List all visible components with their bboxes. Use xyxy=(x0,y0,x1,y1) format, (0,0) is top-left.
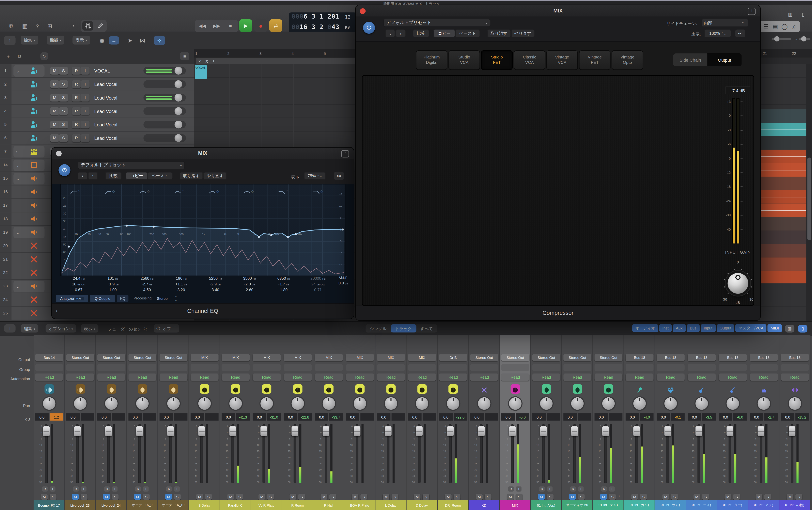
comp-prev-preset[interactable]: ‹ xyxy=(385,29,395,37)
lcd-display[interactable]: 0006 3 1 201 0016 3 2 043 12 Ke xyxy=(289,12,356,34)
region-block[interactable] xyxy=(760,123,812,136)
strip-automation-read[interactable]: Read xyxy=(626,373,654,381)
strip-group-slot[interactable] xyxy=(315,364,343,371)
chevron-down-icon[interactable]: ⌄ xyxy=(16,69,20,74)
strip-automation-read[interactable]: Read xyxy=(781,373,809,381)
strip-automation-read[interactable]: Read xyxy=(719,373,747,381)
strip-pan-knob[interactable] xyxy=(602,397,615,410)
comp-next-preset[interactable]: › xyxy=(396,29,406,37)
strip-solo-button[interactable]: S xyxy=(112,493,118,500)
strip-automation-read[interactable]: Read xyxy=(315,373,343,381)
channel-strip[interactable]: Bus 18Read0.0-15.260510152025304050MS01 … xyxy=(779,335,810,510)
chevron-down-icon[interactable]: ⌄ xyxy=(16,284,20,289)
help-icon[interactable]: ? xyxy=(32,22,42,30)
track-m-button[interactable]: M xyxy=(50,121,59,129)
track-r-button[interactable]: R xyxy=(72,94,81,102)
cycle-button[interactable]: ⇄ xyxy=(269,19,282,32)
strip-mute-button[interactable]: M xyxy=(165,493,172,500)
fader-cap[interactable] xyxy=(198,426,205,436)
strip-mute-button[interactable]: M xyxy=(134,493,141,500)
strip-solo-button[interactable]: S xyxy=(329,493,336,500)
eq-paste-button[interactable]: ペースト xyxy=(147,172,172,180)
strip-mute-button[interactable]: M xyxy=(227,493,234,500)
strip-group-slot[interactable] xyxy=(253,364,281,371)
strip-group-slot[interactable] xyxy=(35,364,63,371)
comp-copy-button[interactable]: コピー xyxy=(433,29,455,37)
strip-pan-knob[interactable] xyxy=(540,397,553,410)
strip-automation-read[interactable]: Read xyxy=(439,373,467,381)
window-layout-icon[interactable]: ⧉ xyxy=(6,22,17,30)
strip-input-monitor-button[interactable]: I xyxy=(578,486,584,491)
track-i-button[interactable]: I xyxy=(81,67,90,75)
strip-volume-value[interactable]: 0.0 xyxy=(191,414,204,421)
strip-pan-knob[interactable] xyxy=(43,397,56,410)
strip-volume-value[interactable]: 0.0 xyxy=(781,414,794,421)
track-i-button[interactable]: I xyxy=(81,80,90,88)
strip-solo-button[interactable]: S xyxy=(516,493,523,500)
track-r-button[interactable]: R xyxy=(72,134,81,142)
strip-automation-read[interactable]: Read xyxy=(191,373,219,381)
strip-output-selector[interactable]: Bus 18 xyxy=(750,354,778,361)
play-button[interactable]: ▶ xyxy=(239,19,252,32)
strip-pan-knob[interactable] xyxy=(665,397,677,410)
strip-volume-value[interactable]: 0.0 xyxy=(750,414,763,421)
strip-output-selector[interactable]: Bus 18 xyxy=(719,354,747,361)
channel-strip[interactable]: MIXRead0.0-31.060510152025304050MSVo R P… xyxy=(251,335,282,510)
strip-name[interactable]: Vo R Plate xyxy=(251,500,282,510)
strip-group-slot[interactable] xyxy=(128,364,156,371)
track-row[interactable]: 4MSRILead Vocal xyxy=(0,105,194,118)
strip-automation-read[interactable]: Read xyxy=(253,373,281,381)
comp-view-size[interactable]: 100% ⌃⌄ xyxy=(704,29,731,37)
media-browser-icon[interactable]: ♫ xyxy=(790,22,798,31)
mixer-menu-options[interactable]: オプション▾ xyxy=(46,324,76,333)
model-button-platinum-digital[interactable]: PlatinumDigital xyxy=(416,50,447,70)
strip-volume-value[interactable]: 0.0 xyxy=(594,414,608,421)
strip-pan-knob[interactable] xyxy=(229,397,242,410)
strip-group-slot[interactable] xyxy=(377,364,405,371)
fader-send-selector[interactable]: ⏻ オフ ⌃⌄ xyxy=(154,324,179,333)
strip-mute-button[interactable]: M xyxy=(787,493,793,500)
strip-record-button[interactable]: R xyxy=(539,486,545,491)
strip-automation-read[interactable]: Read xyxy=(470,373,498,381)
strip-solo-button[interactable]: S xyxy=(267,493,274,500)
model-button-vintage-opto[interactable]: VintageOpto xyxy=(612,50,643,70)
track-row[interactable]: 6MSRILead Vocal xyxy=(0,132,194,145)
eq-power-button[interactable]: ⏻ xyxy=(58,164,70,176)
channel-strip[interactable]: MIXRead0.0-33.760510152025304050MSR Hall xyxy=(313,335,344,510)
eq-graph[interactable]: ◇◇◇◇◇◇◇◇ 2025303540455060708015105051015… xyxy=(60,184,345,276)
channel-strip[interactable]: Bus 14Read0.01.260510152025304050RIMSBoo… xyxy=(34,335,64,510)
strip-name[interactable]: BGV R Plate xyxy=(344,500,375,510)
fader-cap[interactable] xyxy=(416,426,423,436)
strip-name[interactable]: 01 Int...テム) xyxy=(593,500,624,510)
region-block[interactable] xyxy=(760,177,812,190)
channel-strip[interactable]: Bus 18Read0.0-6.060510152025304050MS01 I… xyxy=(717,335,748,510)
strip-output-selector[interactable]: Bus 18 xyxy=(781,354,809,361)
eq-copy-button[interactable]: コピー xyxy=(126,172,147,180)
strip-solo-button[interactable]: S xyxy=(733,493,740,500)
strip-solo-button[interactable]: S xyxy=(81,493,87,500)
eq-expand-chevron[interactable]: › xyxy=(56,308,57,313)
strip-solo-button[interactable]: S xyxy=(578,493,585,500)
strip-pan-knob[interactable] xyxy=(323,397,335,410)
track-s-button[interactable]: S xyxy=(59,107,68,115)
channel-strip[interactable]: MIXRead0.0-41.360510152025304050MSParall… xyxy=(220,335,251,510)
mixer-view-single-icon[interactable]: ▥ xyxy=(785,325,794,333)
chevron-right-icon[interactable]: › xyxy=(16,150,18,154)
pointer-tool-icon[interactable]: ➤ xyxy=(125,36,135,45)
comp-output-toggle[interactable]: Side Chain Output xyxy=(673,53,742,66)
eq-band-8-icon[interactable]: ◇ xyxy=(313,188,324,196)
track-volume-thumb[interactable] xyxy=(175,121,182,129)
comp-link-button[interactable]: ⚯ xyxy=(735,29,745,37)
strip-pan-knob[interactable] xyxy=(136,397,149,410)
strip-solo-button[interactable]: S xyxy=(423,493,429,500)
model-button-vintage-vca[interactable]: VintageVCA xyxy=(546,50,578,70)
comp-output-tab[interactable]: Output xyxy=(707,53,742,66)
strip-mute-button[interactable]: M xyxy=(41,493,48,500)
strip-pan-knob[interactable] xyxy=(260,397,273,410)
strip-volume-value[interactable]: 0.0 xyxy=(97,414,111,421)
strip-pan-knob[interactable] xyxy=(105,397,117,410)
eq-band-values[interactable]: 101 Hz+1.9 dB1.00 xyxy=(96,276,129,294)
strip-pan-knob[interactable] xyxy=(416,397,428,410)
strip-output-selector[interactable]: Stereo Out xyxy=(594,354,622,361)
speech-bubble-icon[interactable]: ◯ xyxy=(780,22,789,31)
